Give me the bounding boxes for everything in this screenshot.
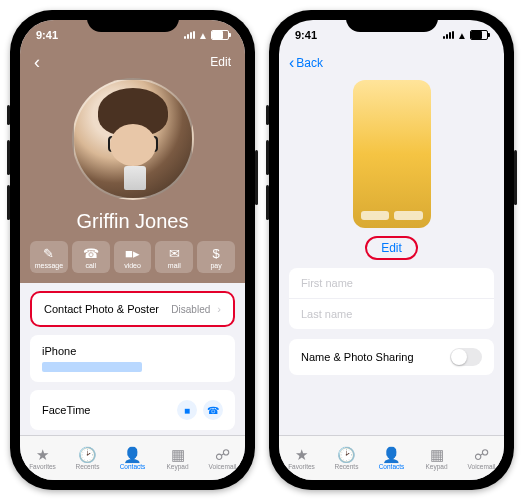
name-photo-sharing-cell[interactable]: Name & Photo Sharing	[289, 339, 494, 375]
message-button[interactable]: ✎message	[30, 241, 68, 273]
chevron-right-icon: ›	[217, 303, 221, 315]
cell-label: Contact Photo & Poster	[44, 303, 159, 315]
back-button[interactable]: Back	[296, 56, 323, 70]
status-icons: ▲	[443, 30, 488, 41]
tab-keypad[interactable]: ▦Keypad	[155, 436, 200, 480]
edit-button[interactable]: Edit	[210, 55, 231, 69]
signal-icon	[184, 31, 195, 39]
tab-recents[interactable]: 🕑Recents	[65, 436, 110, 480]
facetime-cell[interactable]: FaceTime ■ ☎	[30, 390, 235, 430]
contact-photo-poster-cell[interactable]: Contact Photo & Poster Disabled ›	[30, 291, 235, 327]
phone-right: 9:41 ▲ ‹ Back Edit First name Last name …	[269, 10, 514, 490]
contact-avatar[interactable]	[72, 78, 194, 200]
status-time: 9:41	[36, 29, 58, 41]
tab-voicemail[interactable]: ☍Voicemail	[200, 436, 245, 480]
battery-icon	[211, 30, 229, 40]
keypad-icon: ▦	[171, 447, 185, 462]
contacts-icon: 👤	[123, 447, 142, 462]
contacts-icon: 👤	[382, 447, 401, 462]
tab-voicemail[interactable]: ☍Voicemail	[459, 436, 504, 480]
tab-contacts[interactable]: 👤Contacts	[369, 436, 414, 480]
name-input-group: First name Last name	[289, 268, 494, 329]
cell-label: FaceTime	[42, 404, 91, 416]
tab-favorites[interactable]: ★Favorites	[279, 436, 324, 480]
phone-left: 9:41 ▲ ‹ Edit Griffin Jones ✎message	[10, 10, 255, 490]
clock-icon: 🕑	[337, 447, 356, 462]
last-name-field[interactable]: Last name	[289, 299, 494, 329]
message-icon: ✎	[30, 247, 68, 260]
voicemail-icon: ☍	[474, 447, 489, 462]
contact-poster-preview[interactable]	[353, 80, 431, 228]
wifi-icon: ▲	[457, 30, 467, 41]
pay-button[interactable]: $pay	[197, 241, 235, 273]
battery-icon	[470, 30, 488, 40]
star-icon: ★	[295, 447, 308, 462]
status-icons: ▲	[184, 30, 229, 41]
pay-icon: $	[197, 247, 235, 260]
tab-recents[interactable]: 🕑Recents	[324, 436, 369, 480]
tab-bar: ★Favorites 🕑Recents 👤Contacts ▦Keypad ☍V…	[20, 435, 245, 480]
cell-status: Disabled	[171, 304, 210, 315]
cell-label: iPhone	[42, 345, 76, 357]
video-icon: ■▸	[114, 247, 152, 260]
tab-contacts[interactable]: 👤Contacts	[110, 436, 155, 480]
signal-icon	[443, 31, 454, 39]
status-time: 9:41	[295, 29, 317, 41]
mail-icon: ✉	[155, 247, 193, 260]
tab-keypad[interactable]: ▦Keypad	[414, 436, 459, 480]
mail-button[interactable]: ✉mail	[155, 241, 193, 273]
first-name-field[interactable]: First name	[289, 268, 494, 299]
sharing-toggle[interactable]	[450, 348, 482, 366]
voicemail-icon: ☍	[215, 447, 230, 462]
contact-name: Griffin Jones	[20, 210, 245, 233]
phone-icon: ☎	[72, 247, 110, 260]
keypad-icon: ▦	[430, 447, 444, 462]
clock-icon: 🕑	[78, 447, 97, 462]
tab-bar: ★Favorites 🕑Recents 👤Contacts ▦Keypad ☍V…	[279, 435, 504, 480]
video-button[interactable]: ■▸video	[114, 241, 152, 273]
tab-favorites[interactable]: ★Favorites	[20, 436, 65, 480]
iphone-cell[interactable]: iPhone	[30, 335, 235, 382]
wifi-icon: ▲	[198, 30, 208, 41]
back-button[interactable]: ‹	[34, 52, 40, 73]
cell-label: Name & Photo Sharing	[301, 351, 414, 363]
facetime-audio-icon[interactable]: ☎	[203, 400, 223, 420]
call-button[interactable]: ☎call	[72, 241, 110, 273]
star-icon: ★	[36, 447, 49, 462]
redacted-value	[42, 362, 142, 372]
back-chevron-icon[interactable]: ‹	[289, 54, 294, 72]
facetime-video-icon[interactable]: ■	[177, 400, 197, 420]
edit-poster-button[interactable]: Edit	[365, 236, 418, 260]
